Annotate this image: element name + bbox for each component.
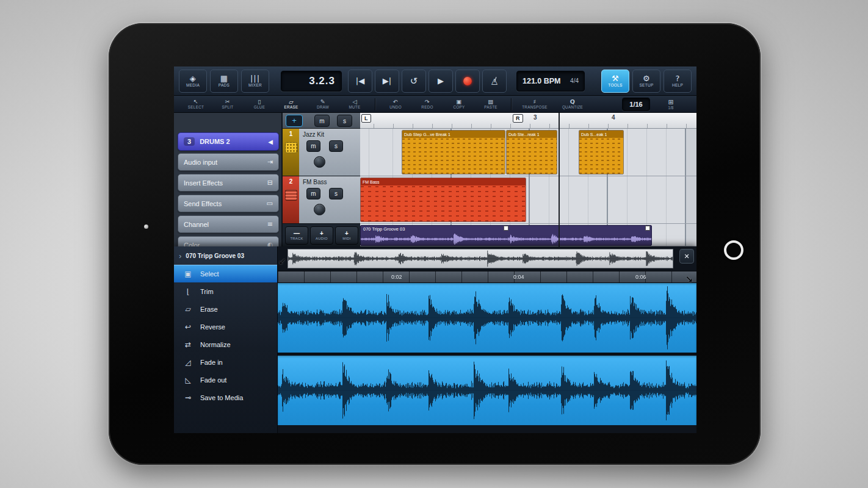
midi-clip-fm-bass[interactable]: FM Bass xyxy=(360,178,526,222)
waveform-left-channel[interactable] xyxy=(278,283,696,353)
track-row-jazz-kit[interactable]: 1 Jazz Kit m s xyxy=(283,129,360,176)
help-button[interactable]: ? HELP xyxy=(664,70,692,93)
track-lane-audio[interactable]: 070 Tripp Groove 03 xyxy=(360,224,696,246)
midi-clip-dubstep-1[interactable]: Dub Step G...ve Break 1 xyxy=(402,130,505,174)
clip-handle[interactable] xyxy=(504,226,508,231)
volume-knob[interactable] xyxy=(314,156,325,168)
selected-track-button[interactable]: 3 DRUMS 2 ◀ xyxy=(178,132,279,151)
resize-handle-se-icon[interactable]: ↘ xyxy=(685,274,693,285)
clip-name: FM Bass xyxy=(363,180,380,184)
insert-effects-icon: ⊟ xyxy=(267,179,273,187)
track-lane-drums[interactable]: Dub Step G...ve Break 1 Dub Ste...reak 1… xyxy=(360,129,696,176)
tools-label: TOOLS xyxy=(608,83,622,87)
grid-icon: ⊞ xyxy=(668,99,673,106)
copy-button[interactable]: ▣ COPY xyxy=(443,96,475,112)
global-solo-button[interactable]: s xyxy=(337,115,352,127)
collapse-chevron-icon[interactable]: › xyxy=(179,251,181,260)
audio-clip-tripp-groove[interactable]: 070 Tripp Groove 03 xyxy=(360,225,652,246)
mute-button[interactable]: m xyxy=(306,188,320,199)
mixer-button[interactable]: ||| MIXER xyxy=(241,70,269,93)
help-label: HELP xyxy=(672,83,683,87)
select-tool-button[interactable]: ↖ SELECT xyxy=(180,96,212,112)
track-list-header: + m s xyxy=(283,113,360,129)
media-icon: ◈ xyxy=(190,74,196,83)
solo-button[interactable]: s xyxy=(329,188,343,199)
inspector-item-send-effects[interactable]: Send Effects ▭ xyxy=(178,195,279,212)
mute-button[interactable]: m xyxy=(306,140,320,152)
remove-track-button[interactable]: — TRACK xyxy=(285,226,308,245)
paste-button[interactable]: ▤ PASTE xyxy=(475,96,507,112)
record-button[interactable] xyxy=(455,70,480,93)
play-button[interactable]: ▶ xyxy=(429,70,453,93)
tools-button[interactable]: ⚒ TOOLS xyxy=(601,70,629,93)
glue-tool-button[interactable]: ▯ GLUE xyxy=(244,96,275,112)
split-tool-button[interactable]: ✂ SPLIT xyxy=(212,96,244,112)
inspector-item-audio-input[interactable]: Audio input ⇥ xyxy=(178,153,279,171)
editor-timeline-ruler[interactable]: 0:02 0:04 0:06 ↘ xyxy=(278,271,696,283)
editor-tool-save-to-media[interactable]: ⊸ Save to Media xyxy=(174,389,277,406)
add-audio-track-button[interactable]: + AUDIO xyxy=(310,226,333,245)
left-channel-waveform xyxy=(278,284,696,352)
time-signature-value: 4/4 xyxy=(570,77,579,84)
left-locator[interactable]: L xyxy=(361,114,371,123)
autoscroll-button[interactable]: + xyxy=(286,115,303,127)
media-button[interactable]: ◈ MEDIA xyxy=(179,70,207,93)
crosshair-icon: + xyxy=(292,116,297,125)
inspector-item-channel[interactable]: Channel ≡ xyxy=(178,215,279,233)
setup-button[interactable]: ⚙ SETUP xyxy=(632,70,660,93)
close-editor-button[interactable]: ✕ xyxy=(679,249,694,264)
track-number: 2 xyxy=(283,178,299,185)
editor-tool-erase[interactable]: ▱ Erase xyxy=(174,300,277,318)
go-to-start-button[interactable]: |◀ xyxy=(348,70,372,93)
track-row-fm-bass[interactable]: 2 FM Bass m s xyxy=(283,176,360,224)
quantize-button[interactable]: Q QUANTIZE xyxy=(554,96,591,112)
scissors-icon: ✂ xyxy=(225,99,230,105)
midi-clip-dubstep-2[interactable]: Dub Ste...reak 1 xyxy=(506,130,557,174)
selected-track-name: DRUMS 2 xyxy=(200,138,230,145)
transpose-button[interactable]: ♯ TRANSPOSE xyxy=(516,96,554,112)
editor-tool-select[interactable]: ▣ Select xyxy=(174,265,277,282)
undo-button[interactable]: ↶ UNDO xyxy=(380,96,411,112)
mute-tool-button[interactable]: ◁ MUTE xyxy=(339,96,371,112)
grid-value-display[interactable]: 1/16 xyxy=(622,98,650,111)
solo-button[interactable]: s xyxy=(329,140,343,152)
trim-icon: ⌊ xyxy=(181,287,195,296)
global-mute-button[interactable]: m xyxy=(314,115,330,127)
editor-tool-fade-in[interactable]: ◿ Fade in xyxy=(174,353,277,371)
editor-tool-reverse[interactable]: ↩ Reverse xyxy=(174,318,277,336)
sample-editor-wave-area: ↙ ✕ 0:02 0:04 0:06 ↘ xyxy=(278,246,696,433)
metronome-button[interactable]: △ xyxy=(482,70,507,93)
editor-tool-trim[interactable]: ⌊ Trim xyxy=(174,282,277,300)
redo-button[interactable]: ↷ REDO xyxy=(411,96,443,112)
editor-tool-fade-out[interactable]: ◺ Fade out xyxy=(174,371,277,389)
inspector-item-insert-effects[interactable]: Insert Effects ⊟ xyxy=(178,174,279,192)
go-to-end-button[interactable]: ▶| xyxy=(375,70,399,93)
editor-tool-normalize[interactable]: ⇄ Normalize xyxy=(174,336,277,353)
timeline-ruler[interactable]: L R 3 4 xyxy=(360,113,696,129)
waveform-overview[interactable] xyxy=(288,249,673,268)
erase-tool-button[interactable]: ▱ ERASE xyxy=(275,96,307,112)
record-icon xyxy=(463,77,472,85)
midi-clip-dubstep-3[interactable]: Dub S...eak 1 xyxy=(579,130,624,174)
midi-notes-preview xyxy=(507,138,557,174)
right-locator[interactable]: R xyxy=(513,114,523,123)
resize-handle-sw-icon[interactable]: ↙ xyxy=(278,256,286,267)
draw-tool-button[interactable]: ✎ DRAW xyxy=(307,96,339,112)
pads-button[interactable]: ▦ PADS xyxy=(210,70,238,93)
time-label: 0:06 xyxy=(635,274,646,280)
clip-handle[interactable] xyxy=(645,226,650,231)
go-to-start-icon: |◀ xyxy=(356,76,364,85)
loop-icon: ↺ xyxy=(410,76,418,87)
add-midi-track-button[interactable]: + MIDI xyxy=(335,226,358,245)
pads-icon: ▦ xyxy=(220,74,228,83)
snap-grid-button[interactable]: ⊞ 1/8 xyxy=(659,99,683,110)
track-lane-bass[interactable]: FM Bass xyxy=(360,176,696,224)
waveform-right-channel[interactable] xyxy=(278,356,696,425)
audio-waveform-preview xyxy=(361,233,651,245)
play-icon: ▶ xyxy=(438,76,444,85)
normalize-icon: ⇄ xyxy=(181,340,195,349)
save-to-media-icon: ⊸ xyxy=(181,393,195,402)
setup-label: SETUP xyxy=(639,83,653,87)
loop-button[interactable]: ↺ xyxy=(402,70,426,93)
volume-knob[interactable] xyxy=(314,204,325,215)
